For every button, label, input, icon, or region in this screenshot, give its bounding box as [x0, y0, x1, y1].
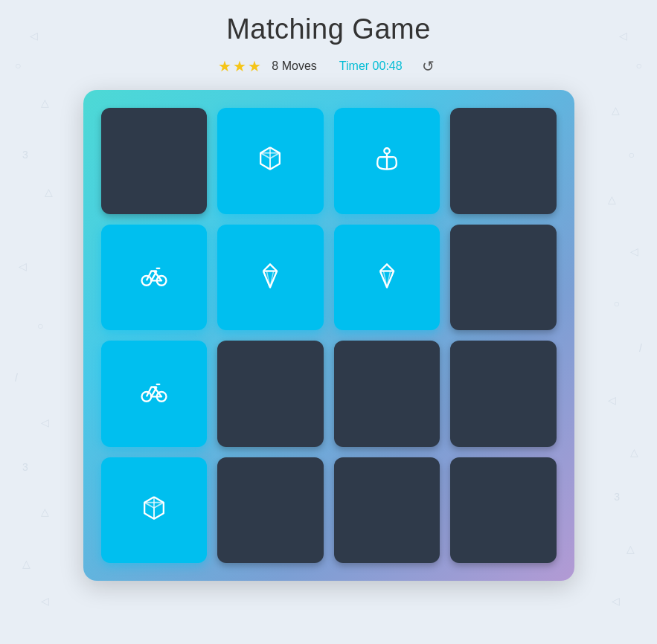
reset-button[interactable]: ↺ — [417, 56, 439, 77]
svg-point-17 — [141, 392, 151, 402]
stars-container: ★ ★ ★ — [218, 57, 261, 75]
card-6[interactable] — [334, 225, 440, 331]
card-13[interactable] — [217, 457, 324, 564]
svg-line-2 — [260, 153, 270, 158]
card-7[interactable] — [450, 225, 557, 331]
card-0[interactable] — [101, 108, 208, 214]
page-title: Matching Game — [226, 13, 431, 45]
card-9[interactable] — [217, 341, 324, 447]
card-icon-bicycle — [138, 375, 170, 412]
card-15[interactable] — [450, 457, 557, 564]
card-1[interactable] — [217, 108, 324, 214]
svg-line-23 — [154, 502, 164, 507]
star-2: ★ — [233, 57, 246, 75]
card-4[interactable] — [101, 225, 208, 331]
page-content: Matching Game ★ ★ ★ 8 Moves Timer 00:48 … — [0, 0, 657, 581]
card-icon-bicycle — [138, 259, 170, 296]
card-3[interactable] — [450, 108, 557, 214]
card-8[interactable] — [101, 341, 208, 447]
card-icon-cube — [138, 492, 170, 529]
card-14[interactable] — [334, 457, 440, 564]
card-icon-diamond — [371, 259, 403, 296]
timer-display: Timer 00:48 — [339, 59, 403, 73]
moves-count: 8 Moves — [272, 59, 316, 73]
card-icon-cube — [254, 142, 286, 179]
card-10[interactable] — [334, 341, 440, 447]
svg-line-22 — [144, 502, 154, 507]
star-1: ★ — [218, 57, 231, 75]
game-board — [83, 90, 574, 581]
card-2[interactable] — [334, 108, 440, 214]
card-icon-anchor — [371, 142, 403, 179]
star-3: ★ — [248, 57, 261, 75]
card-12[interactable] — [101, 457, 208, 564]
card-11[interactable] — [450, 341, 557, 447]
card-grid — [101, 108, 557, 563]
svg-point-5 — [384, 149, 389, 154]
card-5[interactable] — [217, 225, 324, 331]
stats-bar: ★ ★ ★ 8 Moves Timer 00:48 ↺ — [218, 56, 438, 77]
card-icon-diamond — [254, 259, 286, 296]
svg-line-3 — [270, 153, 280, 158]
